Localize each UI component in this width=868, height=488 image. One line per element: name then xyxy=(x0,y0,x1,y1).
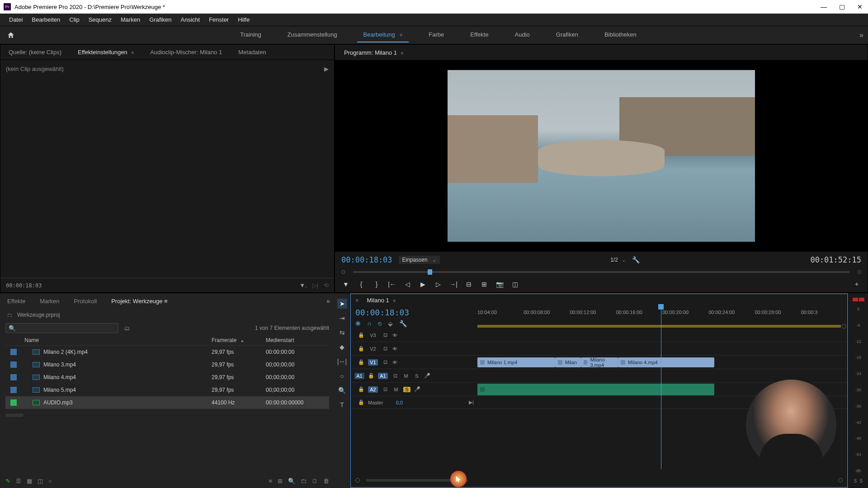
home-button[interactable] xyxy=(5,29,17,42)
project-tab[interactable]: Marken xyxy=(37,296,62,306)
track-header-master[interactable]: 🔒Master0,0▶| xyxy=(351,396,477,409)
label-swatch[interactable] xyxy=(10,387,17,393)
workspace-training[interactable]: Training xyxy=(234,28,267,42)
automate-icon[interactable]: ⊞ xyxy=(278,478,283,484)
close-sequence[interactable]: × xyxy=(355,297,359,304)
menu-ansicht[interactable]: Ansicht xyxy=(176,14,204,25)
fx-badge[interactable] xyxy=(558,360,562,365)
workspace-overflow[interactable]: » xyxy=(859,31,863,39)
clip-indicator[interactable] xyxy=(853,298,864,301)
workspace-grafiken[interactable]: Grafiken xyxy=(550,28,585,42)
video-track[interactable] xyxy=(477,342,847,356)
menu-sequenz[interactable]: Sequenz xyxy=(84,14,116,25)
audio-clip[interactable] xyxy=(477,384,714,395)
hscroll-thumb[interactable] xyxy=(5,413,24,417)
voice-over-icon[interactable]: 🎤 xyxy=(424,373,430,379)
close-button[interactable]: ✕ xyxy=(855,2,864,11)
list-view-icon[interactable]: ☰ xyxy=(16,478,21,484)
selection-tool[interactable]: ➤ xyxy=(337,299,347,309)
sync-lock-icon[interactable]: ⊡ xyxy=(382,332,389,338)
source-tab[interactable]: Metadaten xyxy=(235,47,269,57)
filter-icon[interactable]: ▼. xyxy=(299,282,307,289)
program-viewer[interactable] xyxy=(335,60,868,252)
playhead-line[interactable] xyxy=(661,308,661,469)
scrub-start-handle[interactable] xyxy=(341,270,345,274)
ruler-end-handle[interactable] xyxy=(842,324,846,328)
solo-right[interactable]: S xyxy=(860,479,863,483)
workspace-effekte[interactable]: Effekte xyxy=(464,28,495,42)
play-button[interactable]: ▶ xyxy=(418,280,427,289)
solo-button[interactable]: S xyxy=(413,373,420,379)
sort-asc-icon[interactable]: ▲ xyxy=(240,338,244,343)
eye-icon[interactable]: 👁 xyxy=(392,360,397,365)
program-scrubber[interactable] xyxy=(341,268,861,276)
track-height-handle[interactable] xyxy=(838,478,843,483)
hand-tool[interactable]: 🔍 xyxy=(337,385,347,395)
solo-button[interactable]: S xyxy=(403,387,410,392)
project-item[interactable]: Milano 2 (4K).mp4 29,97 fps 00:00:00:00 xyxy=(5,346,329,358)
mute-button[interactable]: M xyxy=(392,387,400,392)
sync-lock-icon[interactable]: ⊡ xyxy=(382,386,389,392)
panel-menu-icon[interactable]: ≡ xyxy=(162,298,167,305)
playhead-head[interactable] xyxy=(658,304,664,310)
voice-over-icon[interactable]: 🎤 xyxy=(414,386,420,392)
export-frame-button[interactable]: 📷 xyxy=(495,280,504,289)
add-marker-icon[interactable]: ⎋ xyxy=(378,320,382,327)
comparison-view-button[interactable]: ◫ xyxy=(510,280,519,289)
video-track[interactable]: Milano 1.mp4MilanMilano 3.mp4Milano 4.mp… xyxy=(477,356,847,369)
pen-tool[interactable]: ○ xyxy=(337,371,347,381)
button-editor[interactable]: ＋ xyxy=(852,280,861,289)
video-track[interactable] xyxy=(477,328,847,342)
label-swatch[interactable] xyxy=(10,361,17,368)
program-timecode-left[interactable]: 00:00:18:03 xyxy=(341,255,392,264)
playhead-handle[interactable] xyxy=(428,269,432,275)
goto-out-button[interactable]: →| xyxy=(449,280,458,289)
add-marker-button[interactable]: ▼ xyxy=(341,280,350,289)
pencil-icon[interactable]: ✎ xyxy=(5,478,10,484)
source-tab[interactable]: Effekteinstellungen ≡ xyxy=(74,47,137,57)
track-header-v3[interactable]: 🔒V3⊡👁 xyxy=(351,328,477,342)
project-tab[interactable]: Effekte xyxy=(5,296,28,306)
fx-badge[interactable] xyxy=(480,360,485,365)
project-item[interactable]: Milano 3.mp4 29,97 fps 00;00;00;00 xyxy=(5,358,329,371)
video-clip[interactable]: Milano 4.mp4 xyxy=(618,357,714,367)
menu-clip[interactable]: Clip xyxy=(65,14,84,25)
menu-datei[interactable]: Datei xyxy=(5,14,27,25)
timeline-settings-icon[interactable]: 🔧 xyxy=(399,320,407,327)
project-item[interactable]: Milano 4.mp4 29,97 fps 00;00;00;00 xyxy=(5,371,329,384)
step-back-button[interactable]: ◁ xyxy=(403,280,412,289)
slip-tool[interactable]: |↔| xyxy=(337,357,347,366)
sequence-tab[interactable]: Milano 1 ≡ xyxy=(363,295,400,305)
search-input[interactable] xyxy=(18,325,115,332)
menu-bearbeiten[interactable]: Bearbeiten xyxy=(27,14,65,25)
zoom-dropdown[interactable]: 1/2 xyxy=(610,257,626,263)
play-only-icon[interactable]: ▷| xyxy=(312,282,318,289)
fx-badge[interactable] xyxy=(621,360,625,365)
zoom-start-handle[interactable] xyxy=(355,478,360,483)
panel-menu-icon[interactable]: ≡ xyxy=(392,298,396,303)
lift-button[interactable]: ⊟ xyxy=(464,280,473,289)
work-area-bar[interactable] xyxy=(477,325,841,328)
project-item[interactable]: Milano 5.mp4 29,97 fps 00;00;00;00 xyxy=(5,384,329,396)
workspace-bearbeitung[interactable]: Bearbeitung ≡ xyxy=(357,28,409,42)
project-tab[interactable]: Projekt: Werkzeuge ≡ xyxy=(108,296,170,306)
menu-hilfe[interactable]: Hilfe xyxy=(233,14,254,25)
solo-left[interactable]: S xyxy=(854,479,857,483)
marker-icon[interactable]: ⬙ xyxy=(388,320,393,327)
track-header-v2[interactable]: 🔒V2⊡👁 xyxy=(351,342,477,356)
menu-fenster[interactable]: Fenster xyxy=(204,14,233,25)
zoom-scrollbar[interactable] xyxy=(366,479,457,482)
track-header-a2[interactable]: 🔒A2⊡MS🎤 xyxy=(351,383,477,396)
type-tool[interactable]: T xyxy=(337,400,347,410)
label-swatch[interactable] xyxy=(10,374,17,380)
project-search[interactable]: 🔍 xyxy=(5,323,118,333)
project-item[interactable]: AUDIO.mp3 44100 Hz 00:00:00:00000 xyxy=(5,396,329,409)
ripple-edit-tool[interactable]: ⇆ xyxy=(337,328,347,338)
eye-icon[interactable]: 👁 xyxy=(392,333,397,338)
panel-menu-icon[interactable]: ≡ xyxy=(400,51,404,56)
video-clip[interactable]: Milano 1.mp4 xyxy=(477,357,555,367)
track-select-tool[interactable]: ⇥ xyxy=(337,313,347,323)
panel-menu-icon[interactable]: ≡ xyxy=(130,50,134,55)
timeline-timecode[interactable]: 00:00:18:03 xyxy=(355,308,473,317)
sort-icon[interactable]: ≡ xyxy=(269,478,272,484)
